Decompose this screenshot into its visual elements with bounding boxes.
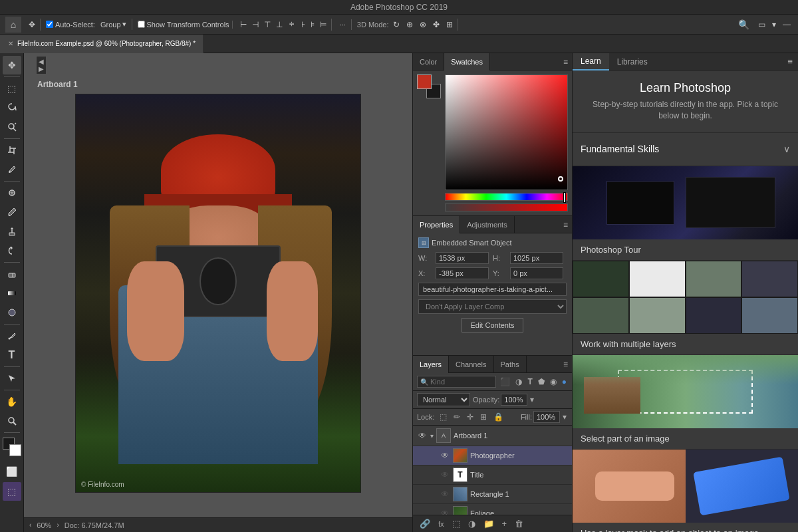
layer-effects-btn[interactable]: fx <box>436 519 447 529</box>
title-layer-row[interactable]: 👁 T Title <box>413 466 572 485</box>
search-button[interactable]: 🔍 <box>734 18 753 31</box>
zoom-tool[interactable] <box>3 412 21 430</box>
add-mask-btn[interactable]: ⬚ <box>450 517 463 530</box>
3d-zoom-btn[interactable]: ⊗ <box>418 19 428 31</box>
minimize-btn[interactable]: — <box>781 19 793 31</box>
new-layer-btn[interactable]: + <box>499 517 510 530</box>
healing-tool[interactable] <box>3 184 21 202</box>
lock-pixels-btn[interactable]: ✏ <box>452 412 462 422</box>
move-tool[interactable]: ✥ <box>3 56 21 74</box>
width-input[interactable] <box>436 252 489 264</box>
3d-orbit-btn[interactable]: ✤ <box>431 19 442 31</box>
window-btn[interactable]: ▭ <box>756 19 767 31</box>
learn-tab[interactable]: Learn <box>573 53 609 70</box>
rectangle-layer-row[interactable]: 👁 Rectangle 1 <box>413 485 572 504</box>
opacity-input[interactable] <box>501 394 527 406</box>
color-panel-menu[interactable]: ≡ <box>559 57 572 66</box>
properties-tab[interactable]: Properties <box>413 216 460 233</box>
3d-rotate-btn[interactable]: ↻ <box>391 19 402 31</box>
pen-tool[interactable] <box>3 327 21 345</box>
photographer-layer-row[interactable]: 👁 Photographer <box>413 446 572 466</box>
edit-contents-btn[interactable]: Edit Contents <box>462 318 523 332</box>
filter-toggle-btn[interactable]: ● <box>561 376 568 387</box>
quick-mask-btn[interactable]: ⬚ <box>3 482 21 501</box>
status-arrow-right[interactable]: › <box>57 521 59 529</box>
layers-search-input[interactable] <box>430 378 493 386</box>
marquee-tool[interactable]: ⬚ <box>3 79 21 98</box>
foreground-swatch[interactable] <box>417 74 432 89</box>
fill-input[interactable] <box>533 411 560 423</box>
blur-tool[interactable] <box>3 303 21 322</box>
adjustments-tab[interactable]: Adjustments <box>460 216 515 233</box>
fill-dropdown-btn[interactable]: ▾ <box>561 412 568 422</box>
layer-mask-card[interactable]: Use a layer mask to add an object to an … <box>573 450 798 532</box>
standard-mode-btn[interactable]: ⬜ <box>3 462 21 481</box>
fundamental-skills-header[interactable]: Fundamental Skills ∨ <box>573 133 798 166</box>
layers-panel-menu[interactable]: ≡ <box>559 360 572 369</box>
filter-text-btn[interactable]: T <box>526 376 533 387</box>
align-top-btn[interactable]: ⊥ <box>274 19 285 31</box>
align-bottom-btn[interactable]: ⊦ <box>299 19 307 31</box>
align-right-btn[interactable]: ⊤ <box>262 19 273 31</box>
y-input[interactable] <box>510 267 563 279</box>
distribute-h-btn[interactable]: ⊧ <box>309 19 317 31</box>
align-center-v-btn[interactable]: ⫩ <box>286 19 298 31</box>
title-visibility-btn[interactable]: 👁 <box>440 470 450 479</box>
swatches-tab[interactable]: Swatches <box>444 53 490 70</box>
channels-tab[interactable]: Channels <box>449 356 493 373</box>
auto-select-checkbox[interactable] <box>46 21 53 28</box>
artboard-group-row[interactable]: 👁 ▾ A Artboard 1 <box>413 426 572 446</box>
brush-tool[interactable] <box>3 203 21 221</box>
select-part-card[interactable]: Select part of an image <box>573 355 798 450</box>
layers-search-box[interactable]: 🔍 <box>417 376 496 388</box>
group-dropdown[interactable]: Group▾ <box>98 19 129 30</box>
color-tab[interactable]: Color <box>413 53 444 70</box>
libraries-tab[interactable]: Libraries <box>609 53 656 70</box>
learn-panel-menu-btn[interactable]: ≡ <box>782 57 798 66</box>
tab-close-icon[interactable]: ✕ <box>8 40 13 47</box>
hand-tool[interactable]: ✋ <box>3 392 21 411</box>
filename-field[interactable] <box>418 283 567 296</box>
more-options-btn[interactable]: ··· <box>337 19 348 30</box>
path-select-tool[interactable] <box>3 369 21 388</box>
text-tool[interactable]: T <box>3 346 21 364</box>
clone-stamp-tool[interactable] <box>3 222 21 241</box>
home-button[interactable]: ⌂ <box>5 17 21 33</box>
transform-check[interactable]: Show Transform Controls <box>138 21 229 29</box>
history-brush-tool[interactable] <box>3 241 21 260</box>
layers-tab[interactable]: Layers <box>413 356 449 373</box>
color-picker[interactable] <box>3 438 21 456</box>
x-input[interactable] <box>436 267 489 279</box>
transform-checkbox[interactable] <box>138 21 145 28</box>
fg-bg-swatches[interactable] <box>417 74 441 98</box>
lock-all-btn[interactable]: 🔒 <box>492 412 505 422</box>
lasso-tool[interactable] <box>3 98 21 117</box>
status-arrow-left[interactable]: ‹ <box>29 521 31 529</box>
panel-toggle[interactable]: ◀▶ <box>36 56 47 74</box>
background-color[interactable] <box>9 444 21 456</box>
delete-layer-btn[interactable]: 🗑 <box>512 517 526 530</box>
filter-shape-btn[interactable]: ⬟ <box>537 376 546 387</box>
paths-tab[interactable]: Paths <box>494 356 527 373</box>
canvas-content[interactable]: © FileInfo.com <box>24 90 412 517</box>
eyedropper-tool[interactable] <box>3 160 21 179</box>
expand-icon[interactable]: ▾ <box>430 432 434 440</box>
auto-select-check[interactable]: Auto-Select: <box>46 21 95 29</box>
add-group-btn[interactable]: 📁 <box>481 517 497 530</box>
distribute-v-btn[interactable]: ⊨ <box>318 19 329 31</box>
blend-mode-select[interactable]: Normal <box>417 393 470 406</box>
multiple-layers-card[interactable]: Work with multiple layers <box>573 261 798 355</box>
add-adjustment-btn[interactable]: ◑ <box>466 517 478 530</box>
crop-tool[interactable] <box>3 141 21 160</box>
link-layers-btn[interactable]: 🔗 <box>417 517 433 530</box>
move-tool-btn[interactable]: ✥ <box>27 19 37 31</box>
props-panel-menu[interactable]: ≡ <box>559 220 572 229</box>
align-center-h-btn[interactable]: ⊣ <box>250 19 261 31</box>
filter-pixel-btn[interactable]: ⬛ <box>499 376 511 387</box>
workspace-btn[interactable]: ▾ <box>770 19 778 31</box>
opacity-dropdown-btn[interactable]: ▾ <box>529 394 535 405</box>
lock-artboard-btn[interactable]: ⊞ <box>479 412 488 422</box>
photoshop-tour-card[interactable]: Photoshop Tour <box>573 166 798 261</box>
file-tab[interactable]: ✕ FileInfo.com Example.psd @ 60% (Photog… <box>0 35 204 53</box>
3d-roll-btn[interactable]: ⊞ <box>444 19 455 31</box>
